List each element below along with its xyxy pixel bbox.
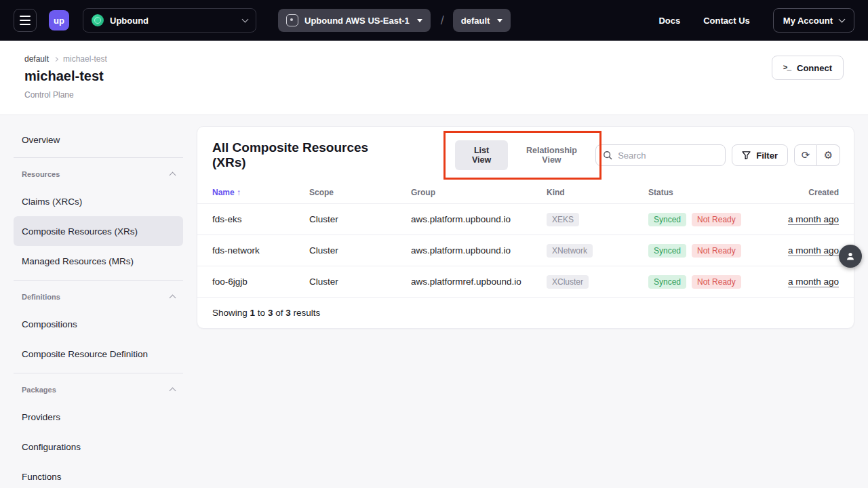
not-ready-badge: Not Ready [692,244,741,258]
cell-kind: XCluster [547,275,648,289]
control-plane-icon [286,14,298,26]
page-header: default michael-test michael-test Contro… [0,41,868,115]
organization-name: Upbound [110,16,149,26]
table-row[interactable]: fds-network Cluster aws.platform.upbound… [197,235,854,266]
cell-scope: Cluster [309,214,411,224]
results-summary: Showing 1 to 3 of 3 results [197,298,854,328]
column-header-created: Created [787,188,839,197]
page-title: michael-test [24,68,844,84]
divider [14,280,183,281]
divider [14,373,183,373]
cell-scope: Cluster [309,277,411,287]
divider [14,157,183,158]
chevron-up-icon [170,388,176,394]
contact-us-link[interactable]: Contact Us [703,16,750,26]
sidebar-section-packages[interactable]: Packages [14,378,183,402]
card-title: All Composite Resources (XRs) [212,140,403,170]
kind-badge: XNetwork [547,244,593,258]
card-header: All Composite Resources (XRs) List View … [197,127,854,181]
column-header-kind: Kind [547,188,648,197]
cell-created[interactable]: a month ago [787,214,839,224]
sidebar-item-claims[interactable]: Claims (XRCs) [14,186,183,216]
breadcrumb-root[interactable]: default [24,54,49,64]
connect-button[interactable]: >_ Connect [772,56,844,80]
hamburger-icon [20,16,31,17]
cell-status: Synced Not Ready [648,213,787,226]
chevron-up-icon [170,295,176,302]
assistant-icon [845,251,856,262]
column-header-name[interactable]: Name ↑ [212,188,309,197]
table-row[interactable]: foo-6jgjb Cluster aws.platformref.upboun… [197,266,854,298]
cell-group: aws.platform.upbound.io [411,214,547,224]
chevron-right-icon [54,56,58,61]
control-plane-switcher[interactable]: Upbound AWS US-East-1 [278,9,431,32]
sidebar-item-composite-resources[interactable]: Composite Resources (XRs) [14,216,183,246]
cell-kind: XEKS [547,213,648,226]
cell-status: Synced Not Ready [648,275,787,289]
sidebar-item-providers[interactable]: Providers [14,402,183,432]
sort-asc-icon: ↑ [237,188,241,197]
topbar-right: Docs Contact Us My Account [658,8,854,33]
refresh-button[interactable]: ⟳ [794,144,817,166]
table-settings-button[interactable]: ⚙ [817,144,840,166]
kind-badge: XCluster [547,275,589,289]
table-row[interactable]: fds-eks Cluster aws.platform.upbound.io … [197,204,854,235]
search-box[interactable] [595,144,726,166]
refresh-icon: ⟳ [802,149,810,161]
floating-widget-button[interactable] [839,245,862,268]
globe-icon [92,14,104,26]
cell-group: aws.platformref.upbound.io [411,277,547,287]
table-actions: ⟳ ⚙ [794,144,840,166]
column-header-status: Status [648,188,787,197]
filter-button[interactable]: Filter [732,144,788,166]
cell-created[interactable]: a month ago [787,245,839,256]
not-ready-badge: Not Ready [692,213,741,226]
chevron-down-icon [839,16,846,23]
cell-status: Synced Not Ready [648,244,787,258]
column-header-scope: Scope [309,188,411,197]
not-ready-badge: Not Ready [692,275,741,289]
sidebar-item-functions[interactable]: Functions [14,462,183,488]
cell-name: foo-6jgjb [212,277,309,287]
terminal-icon: >_ [783,64,791,72]
upbound-logo[interactable]: up [49,10,69,30]
sidebar-item-compositions[interactable]: Compositions [14,309,183,339]
cell-name: fds-network [212,245,309,256]
organization-switcher[interactable]: Upbound [83,8,256,33]
sidebar: Overview Resources Claims (XRCs) Composi… [14,126,183,488]
list-view-button[interactable]: List View [455,140,507,170]
docs-link[interactable]: Docs [658,16,680,26]
table-header-row: Name ↑ Scope Group Kind Status Created [197,181,854,204]
filter-icon [742,151,751,159]
cell-group: aws.platform.upbound.io [411,245,547,256]
sidebar-item-configurations[interactable]: Configurations [14,432,183,462]
synced-badge: Synced [648,275,686,289]
composite-resources-card: All Composite Resources (XRs) List View … [197,126,854,329]
group-name: default [461,16,490,26]
control-plane-name: Upbound AWS US-East-1 [304,16,410,26]
breadcrumb: default michael-test [24,54,844,64]
cell-scope: Cluster [309,245,411,256]
caret-down-icon [417,19,422,22]
breadcrumb-current: michael-test [63,54,107,64]
relationship-view-button[interactable]: Relationship View [508,140,595,170]
kind-badge: XEKS [547,213,579,226]
chevron-up-icon [170,172,176,179]
search-icon [603,150,612,160]
group-switcher[interactable]: default [453,9,511,32]
sidebar-section-definitions[interactable]: Definitions [14,285,183,309]
top-navigation-bar: up Upbound Upbound AWS US-East-1 / defau… [0,0,868,41]
sidebar-item-overview[interactable]: Overview [14,126,183,153]
cell-kind: XNetwork [547,244,648,258]
path-separator: / [441,14,444,28]
synced-badge: Synced [648,213,686,226]
search-input[interactable] [618,150,718,161]
chevron-down-icon [242,16,249,23]
cell-name: fds-eks [212,214,309,224]
sidebar-item-xrd[interactable]: Composite Resource Definition [14,339,183,369]
cell-created[interactable]: a month ago [787,277,839,287]
hamburger-menu-button[interactable] [14,9,37,32]
my-account-button[interactable]: My Account [773,8,854,33]
sidebar-section-resources[interactable]: Resources [14,162,183,186]
sidebar-item-managed-resources[interactable]: Managed Resources (MRs) [14,246,183,276]
